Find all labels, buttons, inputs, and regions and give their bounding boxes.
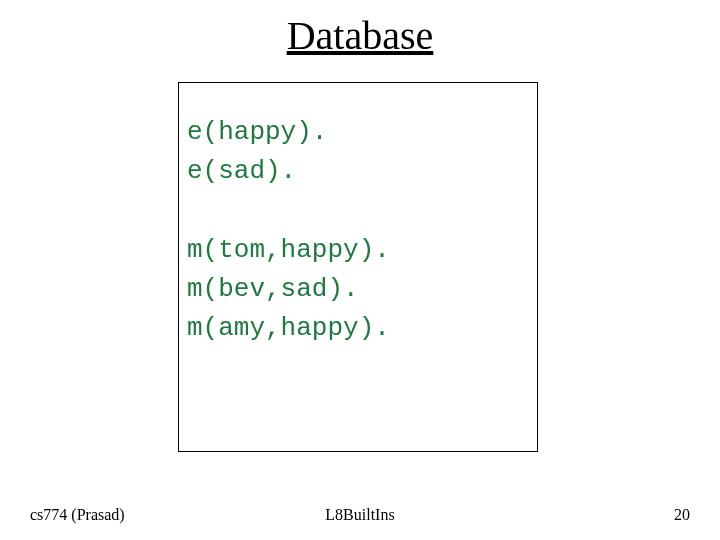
- code-line: m(tom,happy).: [187, 231, 529, 270]
- page-title: Database: [0, 12, 720, 59]
- footer-center: L8BuiltIns: [0, 506, 720, 524]
- code-gap: [187, 191, 529, 231]
- code-line: e(happy).: [187, 113, 529, 152]
- code-line: m(bev,sad).: [187, 270, 529, 309]
- code-line: e(sad).: [187, 152, 529, 191]
- footer-right: 20: [674, 506, 690, 524]
- code-box: e(happy). e(sad). m(tom,happy). m(bev,sa…: [178, 82, 538, 452]
- code-line: m(amy,happy).: [187, 309, 529, 348]
